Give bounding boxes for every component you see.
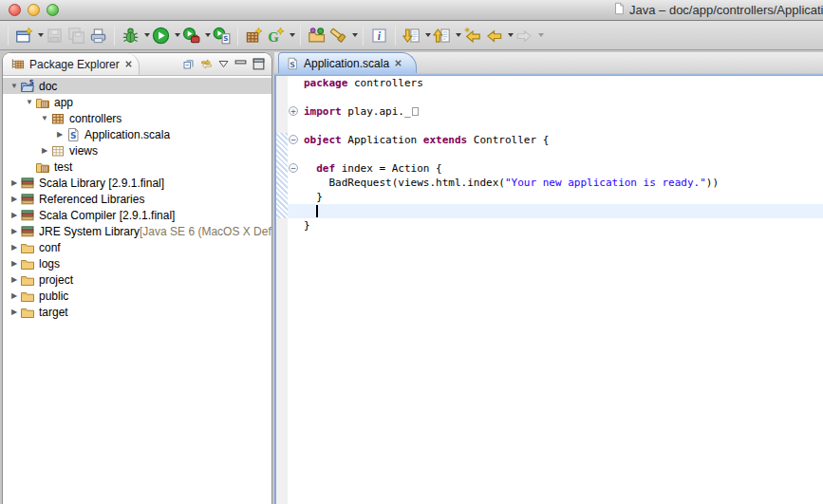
- toolbar-separator: [237, 26, 238, 46]
- new-wizard-g-button[interactable]: G: [265, 25, 287, 47]
- tree-collapse-arrow-icon[interactable]: ▼: [24, 94, 35, 110]
- close-tab-icon[interactable]: [394, 59, 402, 67]
- tree-item-conf[interactable]: ▶conf: [3, 239, 271, 255]
- open-element-button[interactable]: [306, 25, 327, 47]
- tree-item-public[interactable]: ▶public: [3, 288, 271, 304]
- debug-button[interactable]: [120, 25, 141, 47]
- previous-annotation-button[interactable]: [431, 25, 453, 47]
- tab-package-explorer[interactable]: Package Explorer: [3, 53, 140, 75]
- minimize-icon[interactable]: [234, 58, 247, 70]
- new-package-icon: [245, 27, 263, 45]
- external-tools-button[interactable]: [180, 25, 202, 47]
- tree-item-test[interactable]: test: [3, 159, 271, 175]
- keyword-token: import: [304, 105, 342, 118]
- tree-item-referenced-libraries[interactable]: ▶Referenced Libraries: [3, 191, 271, 207]
- print-button[interactable]: [87, 25, 109, 47]
- tree-item-label: public: [39, 289, 68, 303]
- project-folder-icon: S: [20, 79, 35, 94]
- fold-collapse-icon[interactable]: −: [289, 135, 298, 144]
- tree-item-doc[interactable]: ▼Sdoc: [3, 78, 271, 94]
- code-line[interactable]: [301, 90, 823, 104]
- tree-item-project[interactable]: ▶project: [3, 271, 271, 288]
- toolbar-separator: [8, 26, 9, 46]
- window-minimize-button[interactable]: [28, 4, 40, 16]
- tree-expand-arrow-icon[interactable]: ▶: [9, 255, 20, 271]
- tree-expand-arrow-icon[interactable]: ▶: [9, 191, 20, 207]
- code-token: Controller {: [467, 134, 549, 146]
- tree-expand-arrow-icon[interactable]: ▶: [9, 175, 20, 191]
- view-menu-icon[interactable]: [218, 60, 229, 68]
- tree-expand-arrow-icon[interactable]: ▶: [9, 271, 20, 288]
- code-token: )): [706, 177, 719, 189]
- editor-body: +−− package controllersimport play.api._…: [274, 76, 823, 504]
- tree-item-label: Application.scala: [84, 128, 170, 141]
- code-line[interactable]: package controllers: [301, 76, 823, 90]
- tree-expand-arrow-icon[interactable]: ▶: [39, 142, 50, 159]
- tree-item-jre-system-library[interactable]: ▶JRE System Library [Java SE 6 (MacOS X …: [3, 223, 271, 239]
- save-icon: [46, 27, 64, 45]
- tree-item-label: project: [39, 273, 73, 287]
- code-line[interactable]: }: [301, 218, 823, 233]
- code-line[interactable]: import play.api._: [301, 104, 823, 119]
- tree-item-controllers[interactable]: ▼controllers: [3, 110, 271, 126]
- back-button[interactable]: [483, 25, 505, 47]
- keyword-token: extends: [423, 134, 467, 146]
- code-line[interactable]: def index = Action {: [301, 161, 823, 176]
- run-icon: [152, 27, 170, 45]
- new-button[interactable]: [13, 25, 35, 47]
- tree-item-label: controllers: [69, 112, 122, 125]
- close-view-icon[interactable]: [124, 60, 133, 68]
- code-line-current[interactable]: [288, 204, 823, 218]
- svg-text:S: S: [223, 34, 228, 43]
- window-close-button[interactable]: [9, 4, 21, 16]
- new-java-package-button[interactable]: [243, 25, 265, 47]
- run-button[interactable]: [150, 25, 172, 47]
- maximize-icon[interactable]: [253, 58, 265, 70]
- folding-gutter[interactable]: +−−: [288, 76, 301, 504]
- code-line[interactable]: }: [301, 190, 823, 204]
- run-scala-application-button[interactable]: S: [211, 25, 233, 47]
- forward-button: [514, 25, 535, 47]
- window-zoom-button[interactable]: [47, 4, 59, 16]
- code-line[interactable]: [301, 119, 823, 133]
- tree-expand-arrow-icon[interactable]: ▶: [9, 304, 20, 320]
- main-toolbar: SGi: [0, 21, 823, 50]
- next-annotation-button[interactable]: [401, 25, 422, 47]
- tree-expand-arrow-icon[interactable]: ▶: [9, 207, 20, 223]
- search-button[interactable]: [327, 25, 349, 47]
- link-with-editor-icon[interactable]: [200, 58, 213, 70]
- code-text-area[interactable]: package controllersimport play.api._obje…: [301, 76, 823, 504]
- tree-collapse-arrow-icon[interactable]: ▼: [39, 110, 50, 126]
- annotation-ruler[interactable]: [276, 76, 288, 504]
- search-dropdown-icon[interactable]: [352, 33, 358, 37]
- tree-expand-arrow-icon[interactable]: ▶: [54, 126, 65, 142]
- tree-expand-arrow-icon[interactable]: ▶: [9, 239, 20, 255]
- tree-item-target[interactable]: ▶target: [3, 304, 271, 320]
- tree-item-application.scala[interactable]: ▶SApplication.scala: [3, 126, 271, 142]
- editor-area: S Application.scala +−− package controll…: [274, 52, 823, 504]
- tree-collapse-arrow-icon[interactable]: ▼: [9, 78, 20, 94]
- tree-expand-arrow-icon[interactable]: ▶: [9, 288, 20, 304]
- new-wizard-g-dropdown-icon[interactable]: [290, 33, 295, 37]
- code-token: [304, 162, 316, 175]
- tab-application-scala[interactable]: S Application.scala: [278, 52, 417, 73]
- code-line[interactable]: [301, 147, 823, 161]
- last-edit-location-button[interactable]: [461, 25, 483, 47]
- fold-expand-icon[interactable]: +: [289, 106, 298, 116]
- tree-expand-arrow-icon[interactable]: ▶: [9, 223, 20, 239]
- tree-item-views[interactable]: ▶views: [3, 142, 271, 159]
- toggle-mark-occurrences-button[interactable]: i: [368, 25, 390, 47]
- collapsed-region-icon[interactable]: [412, 107, 419, 116]
- collapse-all-icon[interactable]: [182, 58, 195, 70]
- code-line[interactable]: object Application extends Controller {: [301, 133, 823, 147]
- keyword-token: object: [304, 134, 342, 146]
- fold-collapse-icon[interactable]: −: [289, 163, 298, 173]
- tree-item-scala-library-2.9.1.final[interactable]: ▶Scala Library [2.9.1.final]: [3, 175, 271, 191]
- tree-item-label: doc: [39, 80, 57, 93]
- tree-item-app[interactable]: ▼app: [3, 94, 271, 110]
- svg-text:G: G: [268, 29, 279, 45]
- code-line[interactable]: BadRequest(views.html.index("Your new ap…: [301, 176, 823, 190]
- library-icon: [20, 192, 35, 207]
- tree-item-scala-compiler-2.9.1.final[interactable]: ▶Scala Compiler [2.9.1.final]: [3, 207, 271, 223]
- tree-item-logs[interactable]: ▶logs: [3, 255, 271, 271]
